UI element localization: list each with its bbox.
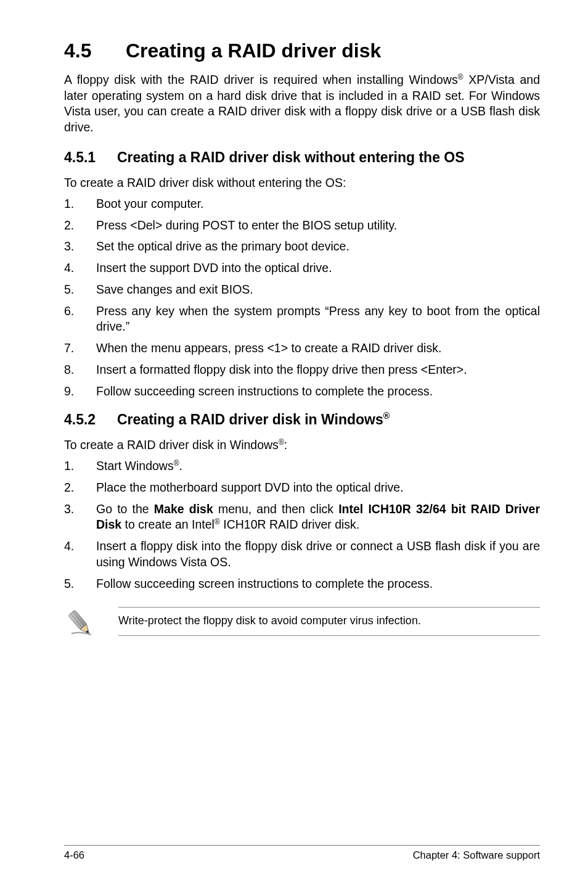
lead-prefix: To create a RAID driver disk in Windows: [64, 438, 279, 452]
step-text: Insert a formatted floppy disk into the …: [96, 363, 467, 376]
step-text-c: menu, and then click: [213, 502, 338, 516]
registered-mark: ®: [174, 459, 179, 468]
step-text: Boot your computer.: [96, 197, 204, 210]
registered-mark: ®: [279, 438, 284, 447]
list-item: 9.Follow succeeding screen instructions …: [64, 384, 540, 400]
lead-text: To create a RAID driver disk in Windows®…: [64, 438, 540, 452]
step-text: Place the motherboard support DVD into t…: [96, 481, 404, 494]
subsection-number: 4.5.1: [64, 149, 117, 166]
step-text: Press any key when the system prompts “P…: [96, 304, 540, 334]
registered-mark: ®: [214, 518, 220, 526]
section-heading: 4.5Creating a RAID driver disk: [64, 39, 540, 62]
list-item: 3.Go to the Make disk menu, and then cli…: [64, 501, 540, 533]
pencil-icon: [65, 604, 100, 638]
list-item: 3.Set the optical drive as the primary b…: [64, 239, 540, 255]
step-text-f: ICH10R RAID driver disk.: [220, 518, 359, 531]
step-text: Set the optical drive as the primary boo…: [96, 239, 349, 253]
step-bold-b: Make disk: [154, 502, 213, 516]
list-item: 7.When the menu appears, press <1> to cr…: [64, 340, 540, 357]
section-number: 4.5: [64, 39, 126, 62]
step-text: Insert a floppy disk into the floppy dis…: [96, 539, 540, 569]
step-text: Press <Del> during POST to enter the BIO…: [96, 218, 397, 232]
step-text: When the menu appears, press <1> to crea…: [96, 341, 441, 355]
subsection-heading: 4.5.2Creating a RAID driver disk in Wind…: [64, 411, 540, 428]
list-item: 4.Insert a floppy disk into the floppy d…: [64, 538, 540, 570]
list-item: 5.Save changes and exit BIOS.: [64, 282, 540, 298]
subsection-number: 4.5.2: [64, 411, 117, 428]
note-text: Write-protect the floppy disk to avoid c…: [118, 607, 540, 636]
list-item: 4.Insert the support DVD into the optica…: [64, 260, 540, 276]
step-text: Follow succeeding screen instructions to…: [96, 577, 433, 590]
chapter-label: Chapter 4: Software support: [413, 849, 540, 861]
page-number: 4-66: [64, 849, 84, 861]
list-item: 1.Boot your computer.: [64, 196, 540, 212]
list-item: 6.Press any key when the system prompts …: [64, 303, 540, 335]
subsection-title: Creating a RAID driver disk without ente…: [117, 149, 465, 165]
lead-text: To create a RAID driver disk without ent…: [64, 176, 540, 190]
list-item: 2.Press <Del> during POST to enter the B…: [64, 218, 540, 234]
registered-mark: ®: [458, 73, 463, 81]
step-text: Insert the support DVD into the optical …: [96, 261, 332, 274]
intro-text-1: A floppy disk with the RAID driver is re…: [64, 73, 458, 86]
list-item: 5.Follow succeeding screen instructions …: [64, 576, 540, 592]
lead-suffix: :: [284, 438, 287, 452]
step-text: Follow succeeding screen instructions to…: [96, 384, 433, 398]
step-text: Start Windows: [96, 459, 174, 472]
list-item: 8.Insert a formatted floppy disk into th…: [64, 362, 540, 378]
registered-mark: ®: [383, 411, 390, 421]
step-text: Save changes and exit BIOS.: [96, 283, 253, 296]
subsection-title-prefix: Creating a RAID driver disk in Windows: [117, 411, 383, 427]
steps-list-2: 1.Start Windows®. 2.Place the motherboar…: [64, 458, 540, 592]
intro-paragraph: A floppy disk with the RAID driver is re…: [64, 72, 540, 136]
page-footer: 4-66 Chapter 4: Software support: [64, 845, 540, 861]
list-item: 1.Start Windows®.: [64, 458, 540, 474]
step-text-e: to create an Intel: [121, 518, 214, 531]
subsection-heading: 4.5.1Creating a RAID driver disk without…: [64, 149, 540, 166]
section-title: Creating a RAID driver disk: [126, 39, 381, 62]
step-suffix: .: [179, 459, 182, 472]
steps-list-1: 1.Boot your computer. 2.Press <Del> duri…: [64, 196, 540, 399]
note-block: Write-protect the floppy disk to avoid c…: [65, 604, 540, 638]
list-item: 2.Place the motherboard support DVD into…: [64, 480, 540, 496]
step-text-a: Go to the: [96, 502, 154, 516]
